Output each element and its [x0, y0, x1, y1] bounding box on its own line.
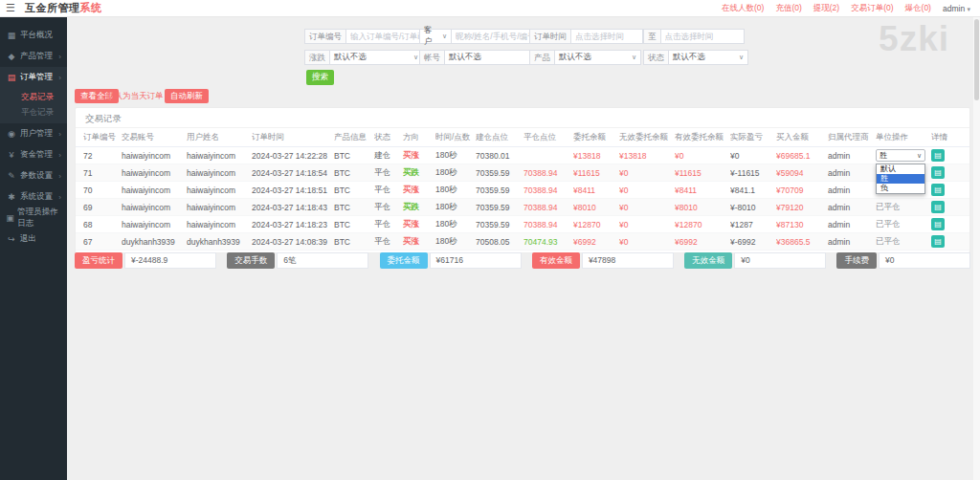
time-end-input[interactable]: [660, 29, 745, 44]
sidebar-item[interactable]: ▣管理员操作日志: [0, 207, 67, 229]
cell-time: 2024-03-27 14:18:51: [252, 185, 334, 195]
menu-toggle-icon[interactable]: ☰: [6, 2, 15, 14]
cell-direction: 买跌: [403, 202, 435, 213]
cell-buy: ¥36865.5: [776, 237, 828, 247]
topbar-link[interactable]: 交易订单(0): [851, 3, 893, 14]
cell-buy: ¥59094: [776, 168, 828, 178]
sidebar-group: ▤订单管理›交易记录平仓记录: [0, 67, 67, 123]
account-select[interactable]: 默认不选∨: [444, 50, 541, 65]
cell-profit: ¥-8010: [730, 203, 776, 212]
cell-status: 建仓: [374, 150, 403, 162]
summary-value: ¥47898: [582, 252, 674, 269]
cell-valid: ¥6992: [675, 237, 730, 247]
detail-button[interactable]: ▤: [931, 218, 945, 230]
filter-updown: 涨跌 默认不选∨: [304, 50, 423, 65]
cell-entrust: ¥12870: [573, 220, 619, 229]
cell-detail: ▤: [931, 184, 956, 196]
cell-valid: ¥8411: [675, 185, 730, 195]
app-title-main: 互金所管理: [25, 2, 80, 13]
result-dropdown-option[interactable]: 胜: [877, 174, 924, 184]
column-header: 产品信息: [334, 132, 374, 143]
status-select[interactable]: 默认不选∨: [668, 50, 748, 65]
sidebar-subitem[interactable]: 交易记录: [0, 89, 67, 104]
auto-refresh-button[interactable]: 自动刷新: [165, 89, 209, 103]
topbar-link[interactable]: 在线人数(0): [722, 3, 764, 14]
cell-open_point: 70359.59: [476, 168, 523, 178]
scrollbar-thumb[interactable]: [974, 19, 979, 100]
trade-records-panel: 交易记录 订单编号交易账号用户姓名订单时间产品信息状态方向时间/点数建仓点位平仓…: [75, 107, 970, 253]
order-no-label: 订单编号: [304, 29, 345, 44]
detail-button[interactable]: ▤: [931, 235, 945, 248]
summary-badge: 盈亏统计: [75, 252, 122, 269]
cell-entrust: ¥8411: [573, 185, 619, 195]
chevron-down-icon: ∨: [409, 54, 418, 61]
sidebar-item[interactable]: ◆产品管理›: [0, 46, 67, 67]
cell-status: 平仓: [374, 202, 403, 213]
customer-type-select[interactable]: 客户∨: [419, 29, 452, 44]
cell-duration: 180秒: [435, 185, 476, 196]
detail-button[interactable]: ▤: [931, 184, 945, 196]
cell-open_point: 70359.59: [476, 203, 523, 212]
cell-op: 已平仓: [876, 202, 931, 213]
scrollbar-track[interactable]: [973, 17, 980, 480]
sidebar-item[interactable]: ▦平台概况: [0, 25, 67, 46]
cell-invalid: ¥0: [619, 220, 675, 229]
sidebar-item[interactable]: ◉用户管理›: [0, 123, 67, 144]
sidebar-item[interactable]: ¥资金管理›: [0, 144, 67, 165]
cell-valid: ¥12870: [675, 220, 730, 229]
filter-time-start: 订单时间: [529, 29, 643, 44]
result-select[interactable]: 胜∨: [876, 149, 925, 162]
time-start-input[interactable]: [570, 29, 643, 44]
cell-detail: ▤: [931, 149, 956, 162]
sidebar-group: ▣管理员操作日志: [0, 207, 67, 229]
order-no-input[interactable]: [345, 29, 428, 44]
cell-id: 67: [83, 237, 122, 247]
topbar-link[interactable]: 爆仓(0): [905, 3, 931, 14]
cell-detail: ▤: [931, 218, 956, 230]
sidebar-subitem[interactable]: 平仓记录: [0, 104, 67, 120]
cell-entrust: ¥8010: [573, 203, 619, 212]
detail-button[interactable]: ▤: [931, 149, 945, 162]
topbar-link[interactable]: 提现(2): [813, 3, 839, 14]
cell-close_point: 70388.94: [523, 185, 573, 195]
log-icon: ▣: [6, 213, 14, 223]
detail-button[interactable]: ▤: [931, 166, 945, 179]
product-select[interactable]: 默认不选∨: [554, 50, 641, 65]
updown-select[interactable]: 默认不选∨: [329, 50, 423, 65]
cell-account: haiwaiyincom: [122, 220, 187, 229]
cell-username: haiwaiyincom: [187, 168, 252, 178]
result-dropdown-option[interactable]: 默认: [877, 164, 924, 174]
summary-value: ¥-24488.9: [124, 252, 216, 269]
topbar-links: 在线人数(0)充值(0)提现(2)交易订单(0)爆仓(0)admin ▾: [722, 3, 970, 14]
op-status-text: 已平仓: [876, 236, 901, 246]
op-status-text: 已平仓: [876, 219, 901, 229]
column-header: 委托余额: [573, 132, 619, 143]
sidebar-group: ◉用户管理›: [0, 123, 67, 144]
sidebar-group: ▦平台概况: [0, 25, 67, 46]
summary-badge: 手续费: [836, 252, 877, 269]
summary-group: 有效金额¥47898: [532, 252, 674, 269]
detail-icon: ▤: [934, 203, 942, 211]
topbar-link[interactable]: 充值(0): [775, 3, 801, 14]
table-row: 71haiwaiyincomhaiwaiyincom2024-03-27 14:…: [76, 164, 969, 182]
customer-input[interactable]: [452, 29, 540, 44]
sidebar-item[interactable]: ✎参数设置›: [0, 165, 67, 186]
column-header: 订单时间: [252, 132, 334, 143]
sidebar-item[interactable]: ▤订单管理›: [0, 67, 67, 88]
column-header: 订单编号: [83, 132, 122, 143]
sidebar-item[interactable]: ✱系统设置›: [0, 186, 67, 207]
sidebar-item-label: 资金管理: [20, 149, 53, 161]
topbar: ☰ 互金所管理系统 在线人数(0)充值(0)提现(2)交易订单(0)爆仓(0)a…: [0, 0, 980, 17]
search-button[interactable]: 搜索: [306, 70, 334, 85]
detail-button[interactable]: ▤: [931, 201, 945, 213]
cell-time: 2024-03-27 14:18:43: [252, 203, 334, 212]
user-menu[interactable]: admin ▾: [943, 4, 970, 13]
cell-direction: 买涨: [403, 150, 435, 162]
table-row: 67duykhanh3939duykhanh39392024-03-27 14:…: [76, 233, 969, 251]
sidebar-item[interactable]: ↪退出: [0, 229, 67, 250]
account-value: 默认不选: [449, 52, 481, 63]
result-dropdown-option[interactable]: 负: [877, 184, 924, 193]
filter-time-end: 至: [643, 29, 745, 44]
cell-buy: ¥70709: [776, 185, 828, 195]
column-header: 有效委托余额: [675, 132, 730, 143]
